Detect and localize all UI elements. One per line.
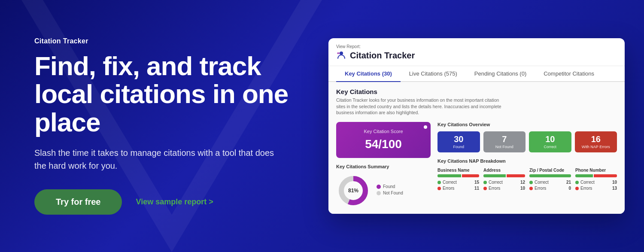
try-free-button[interactable]: Try for free bbox=[34, 189, 122, 215]
nap-zip: Zip / Postal Code Correct 21 bbox=[529, 168, 571, 192]
right-column: Key Citations Overview 30 Found 7 Not Fo… bbox=[437, 122, 617, 208]
nap-address-title: Address bbox=[483, 168, 525, 173]
not-found-num: 7 bbox=[486, 135, 523, 143]
nap-phone-errors-dot bbox=[575, 187, 579, 190]
nap-phone-green-bar bbox=[575, 174, 593, 177]
tab-live-citations[interactable]: Live Citations (575) bbox=[401, 66, 466, 82]
tab-key-citations[interactable]: Key Citations (30) bbox=[336, 66, 401, 82]
nap-phone-correct-dot bbox=[575, 181, 579, 184]
donut-legend: Found Not Found bbox=[377, 184, 403, 197]
nap-address: Address Correct 12 bbox=[483, 168, 525, 192]
section-title: Key Citations bbox=[336, 88, 617, 95]
nap-bn-errors-row: Errors 11 bbox=[437, 186, 479, 191]
dash-title-row: Citation Tracker bbox=[336, 50, 617, 61]
not-found-label: Not Found bbox=[486, 145, 523, 149]
view-report-label: View Report: bbox=[336, 44, 617, 49]
summary-title: Key Citations Summary bbox=[336, 164, 431, 169]
nap-errors-label: With NAP Errors bbox=[577, 145, 615, 149]
nap-grid: Business Name Correct 15 bbox=[437, 168, 617, 192]
nap-zip-green-bar bbox=[529, 174, 571, 177]
nap-phone: Phone Number Correct 10 bbox=[575, 168, 617, 192]
overview-row: 30 Found 7 Not Found 10 Correct bbox=[437, 131, 617, 152]
nap-zip-errors-row: Errors 0 bbox=[529, 186, 571, 191]
score-card: Key Citation Score 54/100 bbox=[336, 122, 431, 158]
nap-addr-errors-label: Errors bbox=[489, 186, 500, 191]
not-found-dot bbox=[377, 191, 381, 195]
nap-phone-errors-val: 13 bbox=[612, 186, 617, 191]
nap-addr-green-bar bbox=[483, 174, 506, 177]
nap-bn-errors-dot bbox=[437, 187, 441, 190]
found-num: 30 bbox=[440, 135, 477, 143]
nap-phone-correct-val: 10 bbox=[612, 180, 617, 185]
description: Slash the time it takes to manage citati… bbox=[34, 146, 283, 172]
nap-title: Key Citations NAP Breakdown bbox=[437, 158, 617, 164]
cta-row: Try for free View sample report > bbox=[34, 189, 296, 215]
nap-addr-errors-val: 10 bbox=[520, 186, 525, 191]
dash-content: Key Citations Citation Tracker looks for… bbox=[328, 82, 625, 214]
nap-phone-title: Phone Number bbox=[575, 168, 617, 173]
nap-zip-errors-dot bbox=[529, 187, 533, 190]
tab-competitor-citations[interactable]: Competitor Citations bbox=[535, 66, 603, 82]
svg-rect-1 bbox=[337, 52, 340, 54]
overview-not-found: 7 Not Found bbox=[483, 131, 526, 152]
nap-phone-red-bar bbox=[594, 174, 617, 177]
correct-label: Correct bbox=[532, 145, 569, 149]
nap-addr-correct-label: Correct bbox=[489, 180, 503, 185]
nap-addr-correct-dot bbox=[483, 181, 487, 184]
main-grid: Key Citation Score 54/100 Key Citations … bbox=[336, 122, 617, 208]
nap-business-title: Business Name bbox=[437, 168, 479, 173]
dashboard-card: View Report: Citation Tracker Key Citati… bbox=[328, 38, 625, 214]
nap-zip-errors-val: 0 bbox=[568, 186, 571, 191]
sample-report-button[interactable]: View sample report > bbox=[136, 197, 213, 206]
legend-found: Found bbox=[377, 184, 403, 189]
svg-point-0 bbox=[340, 52, 343, 55]
nap-addr-red-bar bbox=[507, 174, 525, 177]
score-label: Key Citation Score bbox=[343, 129, 424, 134]
overview-title: Key Citations Overview bbox=[437, 122, 617, 127]
nap-zip-title: Zip / Postal Code bbox=[529, 168, 571, 173]
nap-bn-correct-dot bbox=[437, 181, 441, 184]
tab-pending-citations[interactable]: Pending Citations (0) bbox=[466, 66, 535, 82]
nap-phone-errors-label: Errors bbox=[580, 186, 592, 191]
citation-tracker-icon bbox=[336, 50, 346, 61]
dashboard-title: Citation Tracker bbox=[350, 51, 415, 61]
hero-section: Citation Tracker Find, fix, and track lo… bbox=[0, 0, 644, 252]
nap-bn-correct-row: Correct 15 bbox=[437, 180, 479, 185]
overview-nap-errors: 16 With NAP Errors bbox=[575, 131, 617, 152]
nap-phone-correct-label: Correct bbox=[580, 180, 595, 185]
nap-zip-correct-dot bbox=[529, 181, 533, 184]
nap-phone-errors-row: Errors 13 bbox=[575, 186, 617, 191]
svg-text:81%: 81% bbox=[348, 188, 358, 194]
nap-bn-correct-val: 15 bbox=[474, 180, 479, 185]
nap-phone-correct-row: Correct 10 bbox=[575, 180, 617, 185]
nap-addr-errors-row: Errors 10 bbox=[483, 186, 525, 191]
section-desc: Citation Tracker looks for your business… bbox=[336, 97, 508, 116]
legend-not-found-label: Not Found bbox=[383, 191, 403, 195]
found-label: Found bbox=[440, 145, 477, 149]
score-dot bbox=[424, 125, 427, 129]
nap-bn-errors-val: 11 bbox=[474, 186, 479, 191]
nap-bn-correct-label: Correct bbox=[443, 180, 457, 185]
subtitle-label: Citation Tracker bbox=[34, 37, 296, 45]
nap-bn-errors-label: Errors bbox=[443, 186, 454, 191]
score-value: 54/100 bbox=[343, 137, 424, 151]
nap-business-name: Business Name Correct 15 bbox=[437, 168, 479, 192]
left-panel: Citation Tracker Find, fix, and track lo… bbox=[0, 12, 322, 240]
dash-header: View Report: Citation Tracker bbox=[328, 38, 625, 66]
nap-addr-correct-row: Correct 12 bbox=[483, 180, 525, 185]
headline: Find, fix, and track local citations in … bbox=[34, 52, 296, 136]
nap-bn-red-bar bbox=[462, 174, 479, 177]
nap-addr-correct-val: 12 bbox=[520, 180, 525, 185]
legend-found-label: Found bbox=[383, 184, 395, 189]
left-column: Key Citation Score 54/100 Key Citations … bbox=[336, 122, 431, 208]
nap-zip-errors-label: Errors bbox=[535, 186, 546, 191]
overview-correct: 10 Correct bbox=[529, 131, 571, 152]
correct-num: 10 bbox=[532, 135, 569, 143]
donut-wrapper: 81% Found Not Found bbox=[336, 173, 431, 208]
right-panel: View Report: Citation Tracker Key Citati… bbox=[322, 25, 644, 227]
overview-found: 30 Found bbox=[437, 131, 480, 152]
nap-errors-num: 16 bbox=[577, 135, 615, 143]
nap-zip-correct-val: 21 bbox=[566, 180, 571, 185]
donut-chart: 81% bbox=[336, 173, 371, 208]
legend-not-found: Not Found bbox=[377, 191, 403, 195]
